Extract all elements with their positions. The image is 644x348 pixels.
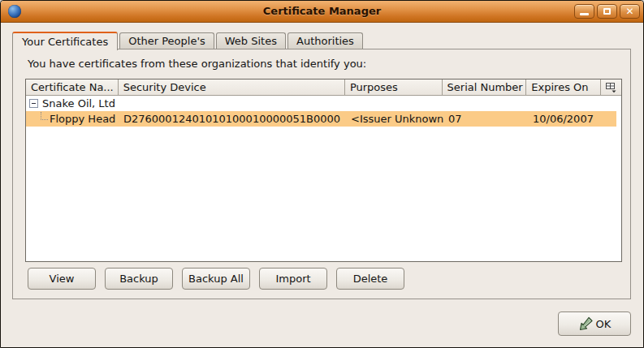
maximize-icon [603,8,611,15]
backup-all-button[interactable]: Backup All [182,268,250,290]
close-button[interactable]: ✕ [620,4,640,19]
purposes-cell: <Issuer Unknown> [346,113,443,125]
ok-button[interactable]: OK [558,311,631,336]
table-header: Certificate Na... Security Device Purpos… [26,79,621,96]
column-header-certificate-name[interactable]: Certificate Na... [26,79,119,96]
intro-text: You have certificates from these organiz… [28,58,366,70]
minus-expander-icon[interactable] [29,99,38,108]
ok-arrow-icon [578,316,594,331]
expires-on-cell: 10/06/2007 [528,113,603,125]
tab-panel: You have certificates from these organiz… [12,49,631,299]
table-body: Snake Oil, Ltd Floppy Head D276000124010… [26,96,621,127]
import-button[interactable]: Import [259,268,327,290]
view-button[interactable]: View [28,268,96,290]
window-title: Certificate Manager [1,1,643,22]
serial-number-cell: 07 [443,113,528,125]
minimize-button[interactable] [574,4,594,19]
delete-button[interactable]: Delete [336,268,404,290]
backup-button[interactable]: Backup [105,268,173,290]
column-picker-icon [605,82,617,93]
column-header-purposes[interactable]: Purposes [345,79,443,96]
column-header-expires-on[interactable]: Expires On [526,79,601,96]
tab-authorities[interactable]: Authorities [287,32,363,49]
column-header-security-device[interactable]: Security Device [119,79,345,96]
group-name: Snake Oil, Ltd [42,97,115,110]
certificate-name: Floppy Head [50,113,115,125]
minimize-icon [580,13,589,15]
tree-branch-icon [41,112,48,120]
titlebar[interactable]: Certificate Manager ✕ [1,1,643,23]
action-button-row: View Backup Backup All Import Delete [28,268,404,290]
security-device-cell: D27600012401010100010000051B0000 [119,113,346,125]
group-cell: Snake Oil, Ltd [26,97,119,110]
column-header-serial-number[interactable]: Serial Number [443,79,527,96]
maximize-button[interactable] [597,4,617,19]
table-row-floppy-head[interactable]: Floppy Head D27600012401010100010000051B… [26,111,621,127]
column-picker-button[interactable] [601,79,621,96]
table-row-snake-oil[interactable]: Snake Oil, Ltd [26,96,621,111]
tab-web-sites[interactable]: Web Sites [216,32,286,49]
certificate-table: Certificate Na... Security Device Purpos… [25,79,622,262]
close-icon: ✕ [625,6,633,16]
tab-other-peoples[interactable]: Other People's [119,32,214,49]
window-controls: ✕ [574,4,640,19]
certificate-manager-window: Certificate Manager ✕ Your Certificates … [0,0,644,348]
tab-your-certificates[interactable]: Your Certificates [12,32,118,50]
ok-button-label: OK [596,318,612,330]
tab-strip: Your Certificates Other People's Web Sit… [12,30,363,49]
certificate-name-cell: Floppy Head [26,112,119,127]
